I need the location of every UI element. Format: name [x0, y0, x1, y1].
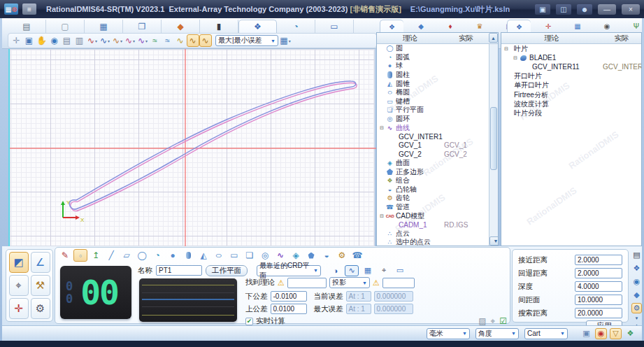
tree-row[interactable]: 圆柱 — [377, 71, 489, 80]
tree-row[interactable]: 组合 — [377, 176, 489, 185]
units-dropdown[interactable]: 毫米▼ — [427, 328, 470, 339]
probe-toggle[interactable]: ⌖ — [377, 265, 391, 276]
tree-row[interactable]: GCV_INTER1 — [377, 132, 489, 141]
toolbox-button[interactable]: ⚒ — [31, 275, 50, 296]
circle-feature-icon[interactable] — [135, 249, 149, 262]
tab-toolbox[interactable]: ▤ — [8, 20, 46, 33]
torus-feature-icon[interactable] — [258, 249, 272, 262]
tree-row[interactable]: 圆 — [377, 44, 489, 53]
pan-hand-icon[interactable]: ✋ — [36, 34, 48, 47]
probe-v-status-icon[interactable]: ▽ — [610, 328, 622, 339]
parameter-input[interactable] — [575, 268, 622, 278]
probe-pair-toggle[interactable]: ◑ — [329, 265, 343, 276]
realtime-checkbox[interactable]: ✔ — [245, 318, 253, 325]
point-feature-icon[interactable] — [73, 249, 87, 262]
tree-row[interactable]: 齿轮 — [377, 194, 489, 203]
curve-analyze-icon[interactable]: ∿ — [199, 34, 212, 47]
line-feature-icon[interactable] — [104, 249, 118, 262]
tree-row[interactable]: ⊟ CAD模型 — [377, 211, 489, 220]
search-probe-tool-icon[interactable]: ◉ — [631, 276, 642, 287]
tree-row[interactable]: ⊟ BLADE1 — [501, 53, 641, 62]
tree-row[interactable]: 球 — [377, 62, 489, 71]
collapse-down-icon[interactable]: ▼ — [631, 316, 642, 320]
work-plane-button[interactable]: 工作平面 — [206, 265, 248, 276]
snapshot-icon[interactable]: ▤ — [61, 34, 73, 47]
tree-row[interactable]: ⊟ 曲线 — [377, 123, 489, 132]
parameter-input[interactable] — [575, 281, 622, 292]
tree-row[interactable]: CADM_1 RD.IGS — [377, 220, 489, 229]
tab-curve-active[interactable]: ❖ — [238, 20, 277, 33]
probe-feature-button[interactable]: ◩ — [9, 252, 29, 273]
curve-path-icon[interactable]: ∿ ▾ — [124, 34, 136, 47]
tree-row[interactable]: 凸轮轴 — [377, 185, 489, 194]
feature-tree-scrollbar[interactable]: ▼ — [489, 44, 498, 246]
vector-feature-icon[interactable] — [89, 249, 103, 262]
printer-tool-icon[interactable]: ▤ — [631, 250, 642, 260]
column-theory[interactable]: 理论 — [501, 33, 602, 43]
scrollbar-thumb[interactable] — [490, 107, 497, 170]
scroll-up-icon[interactable]: ▲ — [489, 33, 498, 43]
tree-row[interactable]: GCV_INTER11 GCV_INTER11 — [501, 62, 641, 71]
feature-cube-tab[interactable]: ❖ — [380, 20, 403, 33]
parameter-input[interactable] — [575, 295, 622, 305]
tab-device[interactable]: ▮ — [200, 20, 238, 33]
found-theory-input[interactable] — [287, 278, 327, 288]
surface-feature-icon[interactable] — [289, 249, 303, 262]
tab-disc[interactable]: ◔ — [277, 20, 315, 33]
parallel-planes-feature-icon[interactable] — [243, 249, 257, 262]
users-icon[interactable]: ☻ — [577, 4, 592, 15]
tree-row[interactable]: Firtree分析 — [501, 90, 641, 99]
close-button[interactable]: × — [622, 4, 640, 15]
camera-icon[interactable]: ◉ — [595, 20, 619, 33]
column-actual[interactable]: 实际 — [602, 33, 641, 43]
cylinder-feature-icon[interactable] — [181, 249, 195, 262]
joystick-status-icon[interactable]: ◉ — [595, 328, 607, 339]
probe-small-icon[interactable]: ⌖ — [490, 316, 495, 326]
lower-tolerance-input[interactable] — [271, 291, 307, 302]
confirm-check-icon[interactable]: ☑ — [499, 316, 507, 326]
tab-render[interactable]: ◆ — [162, 20, 200, 33]
scan-open-icon[interactable]: ≈ — [149, 34, 162, 47]
curve-measure-icon[interactable]: ∿ — [187, 34, 199, 47]
column-actual[interactable]: 实际 — [443, 33, 489, 43]
gear-feature-icon[interactable] — [335, 249, 349, 262]
tree-row[interactable]: 叶片分段 — [501, 108, 641, 118]
graphics-viewport[interactable]: Y X — [8, 49, 375, 246]
tree-row[interactable]: 波纹度计算 — [501, 99, 641, 108]
tools-status-icon[interactable]: ❖ — [624, 328, 636, 339]
scan-closed-icon[interactable]: ≈ — [162, 34, 174, 47]
curve-probe-icon[interactable]: ∿ ▾ — [99, 34, 111, 47]
zoom-region-icon[interactable]: ▣ — [23, 34, 36, 47]
tree-row[interactable]: 管道 — [377, 203, 489, 212]
curve-feature-icon[interactable] — [273, 249, 287, 262]
tab-screen[interactable]: ▭ — [315, 20, 354, 33]
scroll-down-icon[interactable]: ▼ — [489, 236, 499, 246]
parameter-input[interactable] — [575, 308, 622, 318]
tree-row[interactable]: 椭圆 — [377, 88, 489, 97]
parameter-input[interactable] — [575, 255, 622, 265]
caliper-button[interactable]: ∠ — [31, 252, 50, 273]
probe-pen-icon[interactable] — [58, 249, 72, 262]
menu-icon[interactable]: ≡ — [22, 3, 36, 15]
fixture-status-icon[interactable]: ▣ — [580, 328, 592, 339]
machine-button[interactable]: ⚙ — [31, 298, 50, 319]
tree-row[interactable]: 平行平面 — [377, 106, 489, 115]
polygon-feature-icon[interactable] — [304, 249, 318, 262]
gear-tool-icon[interactable]: ⚙ — [631, 303, 642, 313]
tree-row[interactable]: 开口叶片 — [501, 72, 641, 81]
ellipse-feature-icon[interactable] — [212, 249, 226, 262]
grid-icon[interactable]: ▦ — [566, 20, 589, 33]
cone-feature-icon[interactable] — [196, 249, 210, 262]
tree-row[interactable]: 圆弧 — [377, 53, 489, 62]
view-eye-icon[interactable]: ◉ — [48, 34, 61, 47]
axes-button[interactable]: ✛ — [9, 298, 29, 319]
probe-cube-tool-icon[interactable]: ❖ — [631, 263, 642, 274]
remote-control-icon[interactable]: ▣ — [535, 4, 550, 15]
projection-dropdown[interactable]: 投影▼ — [329, 277, 370, 288]
tree-row[interactable]: 键槽 — [377, 97, 489, 106]
minimize-button[interactable]: — — [598, 4, 616, 15]
blade-cube-tab[interactable]: ❖ — [507, 20, 531, 33]
tree-row[interactable]: 圆锥 — [377, 79, 489, 88]
name-input[interactable] — [156, 265, 202, 276]
tree-row[interactable]: ⊟ 叶片 — [501, 44, 641, 53]
